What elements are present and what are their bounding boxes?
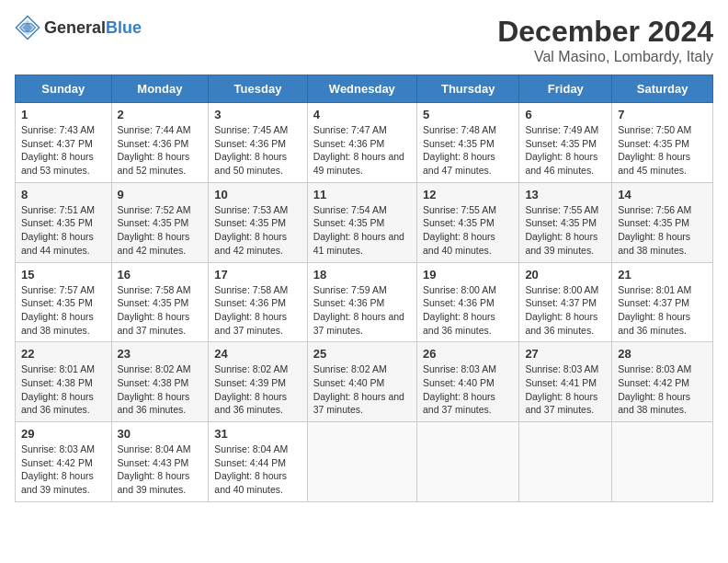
day-number: 24 bbox=[214, 347, 301, 361]
day-number: 14 bbox=[618, 188, 707, 201]
page-header: GeneralBlue December 2024 Val Masino, Lo… bbox=[15, 15, 713, 65]
day-info: Sunrise: 7:50 AMSunset: 4:35 PMDaylight:… bbox=[618, 123, 707, 178]
table-row: 30Sunrise: 8:04 AMSunset: 4:43 PMDayligh… bbox=[111, 422, 209, 502]
day-number: 9 bbox=[118, 188, 203, 201]
day-info: Sunrise: 8:03 AMSunset: 4:42 PMDaylight:… bbox=[618, 362, 707, 417]
calendar-week-row: 29Sunrise: 8:03 AMSunset: 4:42 PMDayligh… bbox=[16, 422, 713, 502]
table-row: 18Sunrise: 7:59 AMSunset: 4:36 PMDayligh… bbox=[307, 262, 416, 342]
logo-blue-text: Blue bbox=[106, 18, 142, 37]
day-number: 23 bbox=[118, 347, 203, 361]
table-row: 7Sunrise: 7:50 AMSunset: 4:35 PMDaylight… bbox=[612, 103, 713, 183]
day-info: Sunrise: 7:53 AMSunset: 4:35 PMDaylight:… bbox=[214, 203, 301, 258]
table-row: 14Sunrise: 7:56 AMSunset: 4:35 PMDayligh… bbox=[612, 182, 713, 262]
day-number: 28 bbox=[618, 347, 707, 361]
col-tuesday: Tuesday bbox=[209, 75, 307, 103]
day-number: 3 bbox=[214, 108, 301, 121]
calendar-week-row: 15Sunrise: 7:57 AMSunset: 4:35 PMDayligh… bbox=[16, 262, 713, 342]
day-info: Sunrise: 7:45 AMSunset: 4:36 PMDaylight:… bbox=[214, 123, 301, 178]
table-row: 17Sunrise: 7:58 AMSunset: 4:36 PMDayligh… bbox=[209, 262, 307, 342]
table-row: 26Sunrise: 8:03 AMSunset: 4:40 PMDayligh… bbox=[417, 342, 519, 422]
day-info: Sunrise: 7:58 AMSunset: 4:36 PMDaylight:… bbox=[214, 283, 301, 338]
col-sunday: Sunday bbox=[16, 75, 112, 103]
table-row: 1Sunrise: 7:43 AMSunset: 4:37 PMDaylight… bbox=[16, 103, 112, 183]
col-wednesday: Wednesday bbox=[307, 75, 416, 103]
day-number: 29 bbox=[21, 427, 106, 441]
table-row: 15Sunrise: 7:57 AMSunset: 4:35 PMDayligh… bbox=[16, 262, 112, 342]
day-number: 10 bbox=[214, 188, 301, 201]
day-info: Sunrise: 7:48 AMSunset: 4:35 PMDaylight:… bbox=[423, 123, 513, 178]
day-number: 30 bbox=[118, 427, 203, 441]
day-number: 21 bbox=[618, 268, 707, 282]
day-number: 25 bbox=[313, 347, 411, 361]
page-subtitle: Val Masino, Lombardy, Italy bbox=[497, 49, 713, 65]
day-info: Sunrise: 7:55 AMSunset: 4:35 PMDaylight:… bbox=[525, 203, 606, 258]
day-number: 17 bbox=[214, 268, 301, 282]
day-info: Sunrise: 7:43 AMSunset: 4:37 PMDaylight:… bbox=[21, 123, 106, 178]
day-number: 31 bbox=[214, 427, 301, 441]
day-info: Sunrise: 8:01 AMSunset: 4:38 PMDaylight:… bbox=[21, 362, 106, 417]
day-info: Sunrise: 7:51 AMSunset: 4:35 PMDaylight:… bbox=[21, 203, 106, 258]
calendar-header-row: Sunday Monday Tuesday Wednesday Thursday… bbox=[16, 75, 713, 103]
table-row: 8Sunrise: 7:51 AMSunset: 4:35 PMDaylight… bbox=[16, 182, 112, 262]
col-saturday: Saturday bbox=[612, 75, 713, 103]
table-row: 20Sunrise: 8:00 AMSunset: 4:37 PMDayligh… bbox=[519, 262, 612, 342]
day-number: 13 bbox=[525, 188, 606, 201]
col-monday: Monday bbox=[111, 75, 209, 103]
table-row: 3Sunrise: 7:45 AMSunset: 4:36 PMDaylight… bbox=[209, 103, 307, 183]
logo: GeneralBlue bbox=[15, 15, 142, 40]
day-number: 6 bbox=[525, 108, 606, 121]
calendar-week-row: 22Sunrise: 8:01 AMSunset: 4:38 PMDayligh… bbox=[16, 342, 713, 422]
table-row: 24Sunrise: 8:02 AMSunset: 4:39 PMDayligh… bbox=[209, 342, 307, 422]
day-number: 8 bbox=[21, 188, 106, 201]
calendar-table: Sunday Monday Tuesday Wednesday Thursday… bbox=[15, 75, 713, 502]
day-info: Sunrise: 7:49 AMSunset: 4:35 PMDaylight:… bbox=[525, 123, 606, 178]
table-row: 16Sunrise: 7:58 AMSunset: 4:35 PMDayligh… bbox=[111, 262, 209, 342]
table-row bbox=[519, 422, 612, 502]
day-number: 12 bbox=[423, 188, 513, 201]
table-row: 27Sunrise: 8:03 AMSunset: 4:41 PMDayligh… bbox=[519, 342, 612, 422]
day-info: Sunrise: 7:59 AMSunset: 4:36 PMDaylight:… bbox=[313, 283, 411, 338]
day-info: Sunrise: 8:01 AMSunset: 4:37 PMDaylight:… bbox=[618, 283, 707, 338]
title-area: December 2024 Val Masino, Lombardy, Ital… bbox=[497, 15, 713, 65]
day-number: 11 bbox=[313, 188, 411, 201]
table-row: 23Sunrise: 8:02 AMSunset: 4:38 PMDayligh… bbox=[111, 342, 209, 422]
day-info: Sunrise: 8:02 AMSunset: 4:38 PMDaylight:… bbox=[118, 362, 203, 417]
day-info: Sunrise: 8:04 AMSunset: 4:44 PMDaylight:… bbox=[214, 442, 301, 497]
day-number: 2 bbox=[118, 108, 203, 121]
table-row: 25Sunrise: 8:02 AMSunset: 4:40 PMDayligh… bbox=[307, 342, 416, 422]
day-info: Sunrise: 7:44 AMSunset: 4:36 PMDaylight:… bbox=[118, 123, 203, 178]
table-row: 31Sunrise: 8:04 AMSunset: 4:44 PMDayligh… bbox=[209, 422, 307, 502]
table-row: 2Sunrise: 7:44 AMSunset: 4:36 PMDaylight… bbox=[111, 103, 209, 183]
day-info: Sunrise: 8:03 AMSunset: 4:40 PMDaylight:… bbox=[423, 362, 513, 417]
table-row: 13Sunrise: 7:55 AMSunset: 4:35 PMDayligh… bbox=[519, 182, 612, 262]
table-row: 9Sunrise: 7:52 AMSunset: 4:35 PMDaylight… bbox=[111, 182, 209, 262]
day-number: 18 bbox=[313, 268, 411, 282]
day-number: 15 bbox=[21, 268, 106, 282]
day-number: 4 bbox=[313, 108, 411, 121]
table-row bbox=[307, 422, 416, 502]
day-number: 26 bbox=[423, 347, 513, 361]
day-number: 16 bbox=[118, 268, 203, 282]
day-info: Sunrise: 7:54 AMSunset: 4:35 PMDaylight:… bbox=[313, 203, 411, 258]
day-info: Sunrise: 8:00 AMSunset: 4:37 PMDaylight:… bbox=[525, 283, 606, 338]
table-row: 10Sunrise: 7:53 AMSunset: 4:35 PMDayligh… bbox=[209, 182, 307, 262]
logo-general-text: General bbox=[44, 18, 106, 37]
day-number: 7 bbox=[618, 108, 707, 121]
day-number: 19 bbox=[423, 268, 513, 282]
day-info: Sunrise: 8:03 AMSunset: 4:41 PMDaylight:… bbox=[525, 362, 606, 417]
day-info: Sunrise: 7:58 AMSunset: 4:35 PMDaylight:… bbox=[118, 283, 203, 338]
table-row bbox=[612, 422, 713, 502]
table-row bbox=[417, 422, 519, 502]
col-friday: Friday bbox=[519, 75, 612, 103]
table-row: 5Sunrise: 7:48 AMSunset: 4:35 PMDaylight… bbox=[417, 103, 519, 183]
day-info: Sunrise: 8:03 AMSunset: 4:42 PMDaylight:… bbox=[21, 442, 106, 497]
calendar-week-row: 8Sunrise: 7:51 AMSunset: 4:35 PMDaylight… bbox=[16, 182, 713, 262]
table-row: 28Sunrise: 8:03 AMSunset: 4:42 PMDayligh… bbox=[612, 342, 713, 422]
col-thursday: Thursday bbox=[417, 75, 519, 103]
day-info: Sunrise: 8:02 AMSunset: 4:39 PMDaylight:… bbox=[214, 362, 301, 417]
day-info: Sunrise: 8:00 AMSunset: 4:36 PMDaylight:… bbox=[423, 283, 513, 338]
day-info: Sunrise: 7:57 AMSunset: 4:35 PMDaylight:… bbox=[21, 283, 106, 338]
table-row: 22Sunrise: 8:01 AMSunset: 4:38 PMDayligh… bbox=[16, 342, 112, 422]
day-info: Sunrise: 7:47 AMSunset: 4:36 PMDaylight:… bbox=[313, 123, 411, 178]
day-info: Sunrise: 7:56 AMSunset: 4:35 PMDaylight:… bbox=[618, 203, 707, 258]
